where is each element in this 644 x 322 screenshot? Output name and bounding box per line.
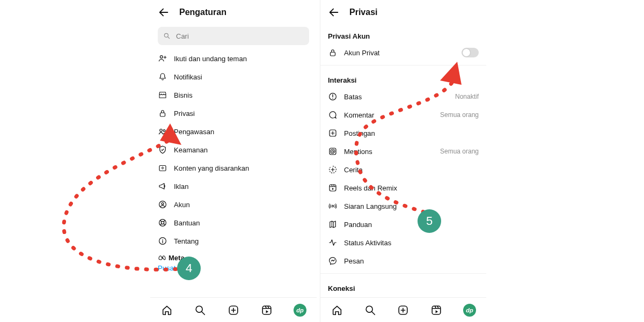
user-circle-icon	[158, 200, 167, 209]
settings-item-label: Notifikasi	[174, 73, 309, 81]
messenger-icon	[328, 256, 338, 266]
settings-item-help[interactable]: Bantuan	[158, 214, 309, 232]
search-icon[interactable]	[364, 304, 377, 317]
page-title: Pengaturan	[179, 8, 226, 17]
svg-rect-23	[330, 185, 336, 191]
shield-icon	[158, 145, 167, 155]
sparkle-icon	[158, 163, 167, 173]
svg-point-19	[332, 98, 333, 99]
reels-icon[interactable]	[430, 304, 443, 317]
settings-item-label: Ikuti dan undang teman	[174, 55, 309, 63]
svg-line-26	[371, 311, 375, 314]
private-account-label: Akun Privat	[344, 49, 455, 57]
svg-rect-3	[160, 113, 165, 116]
settings-item-suggested-content[interactable]: Konten yang disarankan	[158, 159, 309, 177]
privacy-item-messages[interactable]: Pesan	[328, 252, 479, 270]
search-input[interactable]	[158, 27, 309, 45]
settings-item-notifications[interactable]: Notifikasi	[158, 68, 309, 86]
annotation-badge-4: 4	[177, 257, 201, 280]
settings-item-label: Privasi	[174, 109, 309, 118]
privacy-item-label: Pesan	[344, 257, 479, 265]
privacy-item-live[interactable]: Siaran Langsung	[328, 197, 479, 215]
svg-point-12	[162, 239, 163, 240]
privacy-item-label: Komentar	[344, 111, 434, 119]
header: Pengaturan	[150, 0, 317, 25]
header: Privasi	[320, 0, 486, 25]
bottom-nav: dp	[320, 297, 486, 322]
svg-point-4	[160, 129, 163, 132]
svg-point-2	[160, 56, 163, 58]
back-icon[interactable]	[328, 6, 340, 18]
search-field[interactable]	[175, 32, 304, 41]
settings-item-security[interactable]: Keamanan	[158, 141, 309, 159]
settings-item-label: Akun	[174, 201, 309, 209]
settings-item-label: Konten yang disarankan	[174, 164, 309, 172]
add-icon[interactable]	[227, 304, 240, 317]
back-icon[interactable]	[158, 6, 170, 18]
lock-icon	[328, 48, 338, 57]
svg-point-24	[332, 205, 333, 207]
comment-icon	[328, 110, 338, 120]
privacy-item-mentions[interactable]: Mentions Semua orang	[328, 142, 479, 160]
bottom-nav: dp	[150, 297, 317, 322]
settings-item-business[interactable]: Bisnis	[158, 86, 309, 104]
search-icon[interactable]	[194, 304, 207, 317]
info-icon	[158, 236, 167, 246]
settings-item-label: Bantuan	[174, 219, 309, 227]
section-account-privacy: Privasi Akun	[320, 25, 486, 43]
privacy-item-limits[interactable]: Batas Nonaktif	[328, 87, 479, 106]
profile-avatar[interactable]: dp	[463, 304, 476, 317]
reels-icon	[328, 183, 338, 193]
megaphone-icon	[158, 181, 167, 191]
privacy-item-label: Siaran Langsung	[344, 202, 479, 210]
reels-icon[interactable]	[260, 304, 273, 317]
privacy-item-label: Panduan	[344, 221, 479, 229]
map-icon	[328, 219, 338, 229]
settings-list: Ikuti dan undang teman Notifikasi Bisnis…	[150, 49, 317, 250]
privacy-item-label: Status Aktivitas	[344, 239, 479, 247]
settings-item-label: Bisnis	[174, 91, 309, 99]
svg-point-0	[164, 33, 168, 37]
add-icon[interactable]	[397, 304, 409, 317]
privacy-item-trail: Semua orang	[440, 111, 479, 119]
profile-avatar[interactable]: dp	[294, 304, 306, 317]
mention-icon	[328, 147, 338, 156]
annotation-badge-5: 5	[418, 209, 441, 233]
privacy-item-trail: Nonaktif	[455, 93, 479, 100]
svg-point-5	[163, 130, 165, 132]
privacy-item-guides[interactable]: Panduan	[328, 215, 479, 233]
lifebuoy-icon	[158, 218, 167, 228]
plus-box-icon	[328, 128, 338, 138]
settings-item-label: Tentang	[174, 237, 309, 245]
people-icon	[158, 127, 167, 136]
settings-item-privacy[interactable]: Privasi	[158, 104, 309, 122]
svg-rect-17	[331, 52, 335, 56]
settings-item-supervision[interactable]: Pengawasan	[158, 122, 309, 141]
privacy-item-label: Reels dan Remix	[344, 184, 479, 192]
settings-item-follow-invite[interactable]: Ikuti dan undang teman	[158, 49, 309, 68]
privacy-item-reels[interactable]: Reels dan Remix	[328, 179, 479, 197]
settings-item-ads[interactable]: Iklan	[158, 177, 309, 195]
privacy-item-comments[interactable]: Komentar Semua orang	[328, 106, 479, 124]
privacy-screen: Privasi Privasi Akun Akun Privat Interak…	[320, 0, 486, 322]
home-icon[interactable]	[331, 304, 343, 317]
privacy-item-activity-status[interactable]: Status Aktivitas	[328, 233, 479, 252]
settings-item-account[interactable]: Akun	[158, 195, 309, 214]
settings-item-about[interactable]: Tentang	[158, 232, 309, 250]
search-icon	[163, 32, 171, 40]
privacy-item-label: Postingan	[344, 129, 479, 137]
privacy-item-posts[interactable]: Postingan	[328, 124, 479, 142]
settings-item-label: Keamanan	[174, 146, 309, 154]
svg-rect-16	[262, 306, 271, 314]
private-account-toggle[interactable]	[462, 48, 479, 57]
private-account-toggle-row[interactable]: Akun Privat	[328, 43, 479, 62]
privacy-item-trail: Semua orang	[440, 148, 479, 155]
svg-line-14	[202, 311, 205, 314]
meta-section: Meta Pusat Akun	[150, 250, 317, 272]
home-icon[interactable]	[160, 304, 173, 317]
privacy-item-label: Cerita	[344, 166, 479, 174]
user-plus-icon	[158, 54, 167, 63]
privacy-item-story[interactable]: Cerita	[328, 160, 479, 179]
page-title: Privasi	[349, 8, 377, 17]
svg-rect-28	[432, 306, 441, 314]
